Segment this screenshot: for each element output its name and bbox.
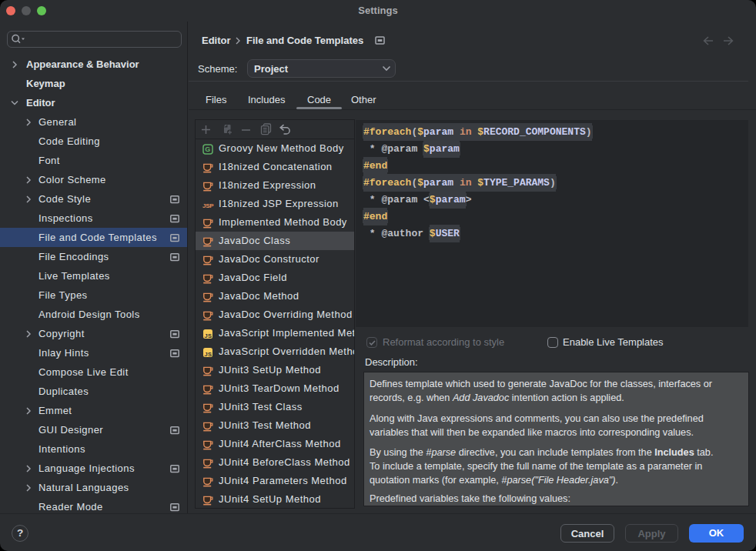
- svg-text:JS: JS: [204, 351, 212, 358]
- svg-text:JS: JS: [204, 332, 212, 339]
- svg-text:G: G: [205, 145, 211, 153]
- svg-text:JSP: JSP: [202, 202, 214, 209]
